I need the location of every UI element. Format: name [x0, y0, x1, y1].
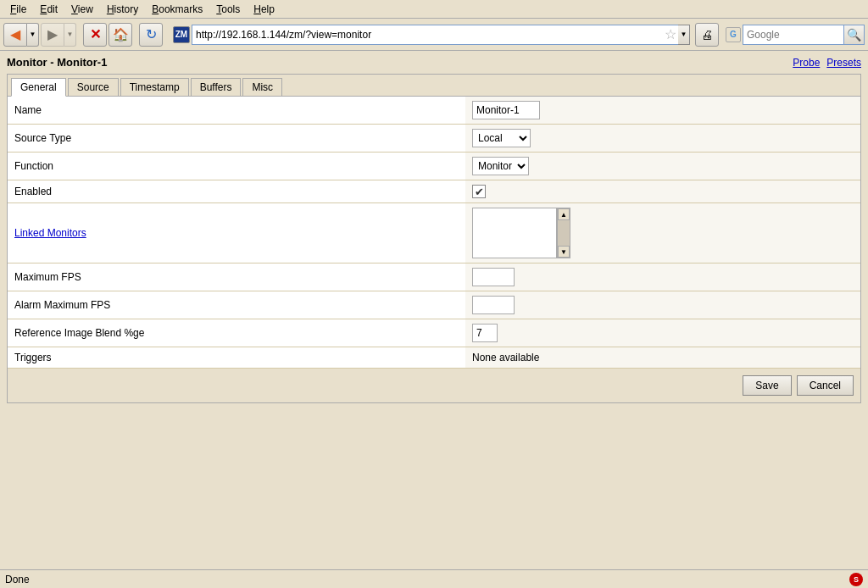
menu-edit[interactable]: Edit [33, 2, 64, 17]
page-title: Monitor - Monitor-1 [7, 56, 107, 69]
field-name-label: Name [8, 97, 465, 125]
page-header: Monitor - Monitor-1 Probe Presets [7, 56, 861, 69]
reload-button[interactable]: ↻ [139, 23, 163, 47]
field-maxfps-row: Maximum FPS [8, 263, 860, 291]
menu-bookmarks[interactable]: Bookmarks [145, 2, 209, 17]
function-select[interactable]: None Monitor Modect Record Mocord Nodect [472, 157, 529, 175]
probe-link[interactable]: Probe [793, 57, 820, 69]
form-panel: General Source Timestamp Buffers Misc Na… [7, 74, 861, 403]
field-enabled-row: Enabled ✔ [8, 180, 860, 203]
toolbar: ◀ ▼ ▶ ▼ ✕ 🏠 ↻ ZM ☆ ▼ 🖨 G 🔍 [0, 19, 868, 51]
tabs: General Source Timestamp Buffers Misc [8, 75, 860, 97]
tab-source[interactable]: Source [68, 78, 119, 96]
listbox-scrollbar: ▲ ▼ [557, 208, 570, 258]
field-linked-value: ▲ ▼ [465, 203, 860, 263]
tab-buffers[interactable]: Buffers [191, 78, 242, 96]
menu-tools[interactable]: Tools [209, 2, 247, 17]
refblend-input[interactable] [472, 324, 498, 342]
field-alarmmaxfps-label: Alarm Maximum FPS [8, 291, 465, 319]
linked-monitors-link[interactable]: Linked Monitors [14, 227, 86, 239]
back-group: ◀ ▼ [3, 23, 39, 47]
form-content: Name Source Type Local Remote File [8, 97, 860, 369]
field-function-row: Function None Monitor Modect Record Moco… [8, 153, 860, 180]
tab-general[interactable]: General [11, 78, 66, 97]
save-button[interactable]: Save [743, 375, 791, 396]
linked-monitors-listbox[interactable] [472, 208, 557, 258]
field-alarmmaxfps-value [465, 291, 860, 319]
alarmmaxfps-input[interactable] [472, 296, 515, 314]
field-refblend-label: Reference Image Blend %ge [8, 319, 465, 347]
field-function-value: None Monitor Modect Record Mocord Nodect [465, 153, 860, 180]
back-button[interactable]: ◀ [3, 23, 27, 47]
print-button[interactable]: 🖨 [695, 23, 719, 47]
forward-button[interactable]: ▶ [41, 23, 64, 47]
triggers-value: None available [472, 352, 539, 363]
enabled-checkbox[interactable]: ✔ [472, 185, 486, 198]
menu-file[interactable]: File [3, 2, 33, 17]
search-button[interactable]: 🔍 [844, 25, 865, 45]
field-sourcetype-label: Source Type [8, 125, 465, 153]
field-enabled-value: ✔ [465, 180, 860, 203]
field-maxfps-label: Maximum FPS [8, 263, 465, 291]
field-triggers-value: None available [465, 347, 860, 369]
field-function-label: Function [8, 153, 465, 180]
stop-button[interactable]: ✕ [83, 23, 107, 47]
menu-history[interactable]: History [100, 2, 145, 17]
scroll-up-button[interactable]: ▲ [558, 208, 570, 220]
form-buttons: Save Cancel [8, 369, 860, 402]
field-linked-label: Linked Monitors [8, 203, 465, 263]
search-input[interactable] [743, 25, 844, 45]
field-refblend-value [465, 319, 860, 347]
cancel-button[interactable]: Cancel [797, 375, 854, 396]
url-input[interactable] [192, 25, 682, 45]
tab-timestamp[interactable]: Timestamp [120, 78, 189, 96]
page-actions: Probe Presets [793, 57, 861, 69]
page: Monitor - Monitor-1 Probe Presets Genera… [0, 51, 868, 569]
bookmark-star[interactable]: ☆ [665, 26, 676, 42]
field-alarmmaxfps-row: Alarm Maximum FPS [8, 291, 860, 319]
field-triggers-label: Triggers [8, 347, 465, 369]
scroll-down-button[interactable]: ▼ [558, 246, 570, 258]
scroll-track [558, 220, 570, 246]
back-dropdown[interactable]: ▼ [27, 23, 39, 47]
form-table: Name Source Type Local Remote File [8, 97, 860, 369]
field-name-row: Name [8, 97, 860, 125]
field-triggers-row: Triggers None available [8, 347, 860, 369]
url-dropdown[interactable]: ▼ [678, 25, 690, 45]
field-sourcetype-row: Source Type Local Remote File Ffmpeg Lib… [8, 125, 860, 153]
field-linked-row: Linked Monitors ▲ ▼ [8, 203, 860, 263]
menu-help[interactable]: Help [247, 2, 281, 17]
menu-view[interactable]: View [64, 2, 100, 17]
maxfps-input[interactable] [472, 268, 515, 286]
field-name-value [465, 97, 860, 125]
sourcetype-select[interactable]: Local Remote File Ffmpeg Libvlc cURL [472, 129, 531, 147]
forward-group: ▶ ▼ [41, 23, 76, 47]
menubar: File Edit View History Bookmarks Tools H… [0, 0, 868, 19]
google-icon: G [726, 27, 741, 42]
forward-dropdown[interactable]: ▼ [64, 23, 76, 47]
tab-misc[interactable]: Misc [242, 78, 282, 96]
home-button[interactable]: 🏠 [108, 23, 132, 47]
linked-monitors-wrapper: ▲ ▼ [472, 208, 854, 258]
zm-icon: ZM [173, 26, 190, 43]
field-refblend-row: Reference Image Blend %ge [8, 319, 860, 347]
search-bar: G 🔍 [726, 25, 865, 45]
field-enabled-label: Enabled [8, 180, 465, 203]
field-sourcetype-value: Local Remote File Ffmpeg Libvlc cURL [465, 125, 860, 153]
presets-link[interactable]: Presets [826, 57, 861, 69]
field-maxfps-value [465, 263, 860, 291]
name-input[interactable] [472, 101, 540, 119]
url-bar: ZM ☆ ▼ [173, 25, 690, 45]
